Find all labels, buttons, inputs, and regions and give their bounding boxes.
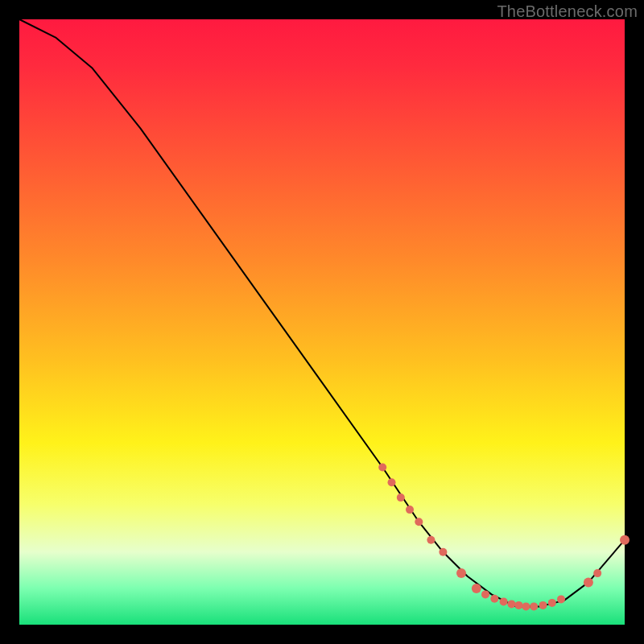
data-marker [439,548,447,556]
data-marker [388,478,396,486]
data-marker [557,595,565,603]
data-marker [620,535,630,545]
data-marker [593,569,601,577]
data-marker [584,577,593,587]
data-marker [406,506,414,514]
chart-stage: TheBottleneck.com [0,0,644,644]
data-markers [378,464,630,611]
data-marker [415,518,423,526]
data-marker [427,536,435,544]
watermark-text: TheBottleneck.com [497,2,638,21]
data-marker [472,584,481,593]
bottleneck-curve [19,19,625,606]
data-marker [397,493,405,502]
data-marker [530,602,538,610]
data-marker [514,601,522,609]
data-marker [548,599,556,607]
data-marker [500,597,508,605]
data-marker [481,590,489,598]
data-marker [507,600,515,608]
data-marker [378,464,386,472]
chart-svg [19,19,625,625]
data-marker [539,601,547,609]
data-marker [522,602,530,610]
data-marker [456,568,466,578]
chart-plot-area [19,19,625,625]
data-marker [490,595,498,603]
